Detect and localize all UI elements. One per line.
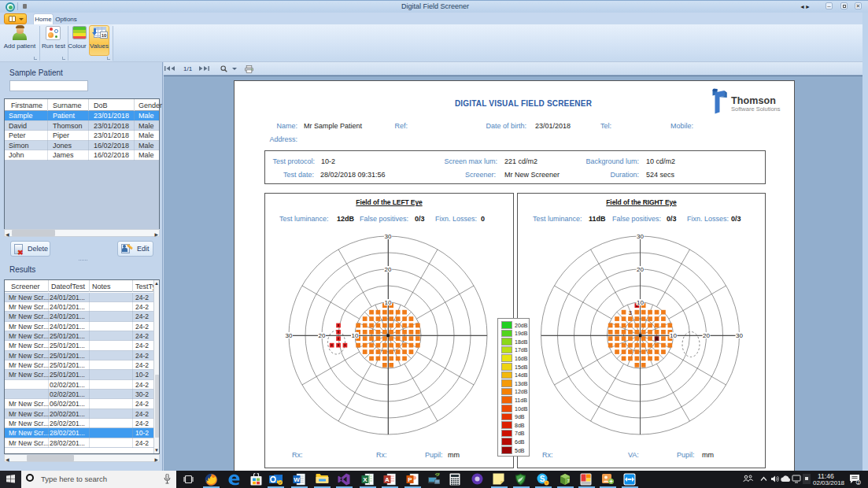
svg-text:P: P: [408, 476, 412, 483]
svg-text:W: W: [294, 476, 300, 483]
svg-text:X: X: [363, 476, 368, 483]
svg-text:S: S: [540, 475, 545, 483]
svg-text:30: 30: [736, 332, 743, 339]
svg-text:10: 10: [637, 299, 644, 306]
svg-text:10: 10: [385, 299, 392, 306]
svg-text:20: 20: [703, 332, 710, 339]
svg-text:10: 10: [352, 332, 359, 339]
svg-text:30: 30: [286, 332, 293, 339]
svg-text:20: 20: [319, 332, 326, 339]
svg-text:3: 3: [629, 309, 632, 316]
svg-text:10: 10: [670, 332, 677, 339]
svg-text:30: 30: [637, 233, 644, 240]
svg-text:A: A: [385, 476, 390, 483]
svg-text:1/1: 1/1: [183, 65, 193, 72]
svg-text:20: 20: [385, 266, 392, 273]
svg-text:20: 20: [637, 266, 644, 273]
svg-text:30: 30: [385, 233, 392, 240]
